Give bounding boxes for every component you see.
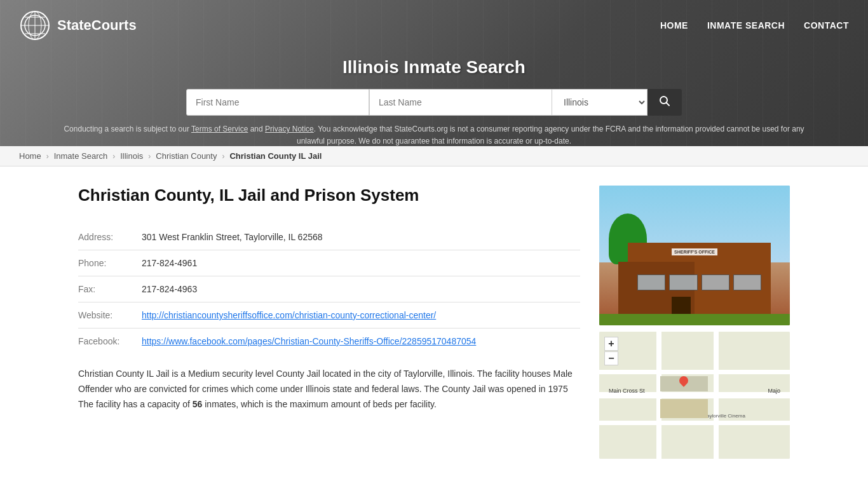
map-placeholder: Main Cross St Taylorville Cinema Majo + … <box>599 332 790 459</box>
facility-info-table: Address: 301 West Franklin Street, Taylo… <box>78 224 580 354</box>
content-right: SHERIFF'S OFFICE Main Cross St Taylorvil… <box>599 186 790 459</box>
facebook-label: Facebook: <box>78 329 142 355</box>
page-title: Christian County, IL Jail and Prison Sys… <box>78 186 580 205</box>
map-zoom-in[interactable]: + <box>604 337 618 351</box>
breadcrumb-inmate-search[interactable]: Inmate Search <box>54 151 108 161</box>
breadcrumb-current: Christian County IL Jail <box>229 151 322 161</box>
map-label-taylorville-cinema: Taylorville Cinema <box>704 413 745 419</box>
map-road-v2 <box>714 332 719 459</box>
site-header: StateCourts HOME INMATE SEARCH CONTACT I… <box>0 0 868 146</box>
map-label-main-cross: Main Cross St <box>609 388 645 394</box>
fax-label: Fax: <box>78 276 142 302</box>
nav-inmate-search[interactable]: INMATE SEARCH <box>707 20 785 30</box>
logo-icon <box>19 10 51 41</box>
grass <box>599 314 790 325</box>
address-row: Address: 301 West Franklin Street, Taylo… <box>78 224 580 250</box>
phone-value: 217-824-4961 <box>142 250 580 276</box>
breadcrumb-sep-1: › <box>46 152 49 161</box>
search-first-name[interactable] <box>186 89 369 116</box>
map-zoom-out[interactable]: − <box>604 351 618 365</box>
website-row: Website: http://christiancountysheriffso… <box>78 302 580 329</box>
phone-row: Phone: 217-824-4961 <box>78 250 580 276</box>
site-logo[interactable]: StateCourts <box>19 10 137 41</box>
fax-row: Fax: 217-824-4963 <box>78 276 580 302</box>
map-controls: + − <box>604 337 618 365</box>
facility-image: SHERIFF'S OFFICE <box>599 186 790 325</box>
website-label: Website: <box>78 302 142 329</box>
capacity-number: 56 <box>193 399 203 409</box>
window-2 <box>669 274 697 290</box>
phone-label: Phone: <box>78 250 142 276</box>
facebook-link[interactable]: https://www.facebook.com/pages/Christian… <box>142 336 476 346</box>
breadcrumb-sep-3: › <box>148 152 151 161</box>
breadcrumb: Home › Inmate Search › Illinois › Christ… <box>0 146 868 166</box>
logo-text: StateCourts <box>57 17 137 34</box>
windows-row <box>637 274 761 290</box>
main-content: Christian County, IL Jail and Prison Sys… <box>59 186 809 459</box>
address-label: Address: <box>78 224 142 250</box>
facebook-row: Facebook: https://www.facebook.com/pages… <box>78 329 580 355</box>
window-3 <box>702 274 729 290</box>
breadcrumb-home[interactable]: Home <box>19 151 41 161</box>
terms-of-service-link[interactable]: Terms of Service <box>191 125 248 133</box>
window-4 <box>733 274 761 290</box>
breadcrumb-sep-4: › <box>222 152 224 161</box>
search-button[interactable] <box>648 89 682 116</box>
facebook-value: https://www.facebook.com/pages/Christian… <box>142 329 580 355</box>
nav-home[interactable]: HOME <box>660 20 688 30</box>
search-last-name[interactable] <box>369 89 552 116</box>
nav-contact[interactable]: CONTACT <box>804 20 849 30</box>
search-icon <box>659 95 670 107</box>
website-value: http://christiancountysheriffsoffice.com… <box>142 302 580 329</box>
breadcrumb-sep-2: › <box>112 152 115 161</box>
privacy-notice-link[interactable]: Privacy Notice <box>265 125 314 133</box>
breadcrumb-illinois[interactable]: Illinois <box>120 151 143 161</box>
map-road-h3 <box>599 421 790 425</box>
nav-links: HOME INMATE SEARCH CONTACT <box>660 20 849 30</box>
search-state-select[interactable]: Select State Alabama Alaska Arizona Arka… <box>552 89 648 116</box>
map-block-2 <box>660 399 708 418</box>
website-link[interactable]: http://christiancountysheriffsoffice.com… <box>142 310 436 320</box>
window-1 <box>637 274 665 290</box>
address-value: 301 West Franklin Street, Taylorville, I… <box>142 224 580 250</box>
map-label-maj: Majo <box>768 388 780 394</box>
fax-value: 217-824-4963 <box>142 276 580 302</box>
map-road-h2 <box>599 370 790 374</box>
search-bar: Select State Alabama Alaska Arizona Arka… <box>186 89 682 116</box>
svg-line-8 <box>667 103 670 106</box>
disclaimer-text: Conducting a search is subject to our Te… <box>13 123 855 146</box>
content-left: Christian County, IL Jail and Prison Sys… <box>78 186 580 459</box>
hero-title: Illinois Inmate Search <box>13 57 855 78</box>
sheriff-sign: SHERIFF'S OFFICE <box>672 248 717 255</box>
description-text: Christian County IL Jail is a Medium sec… <box>78 367 580 412</box>
hero-section: Illinois Inmate Search Select State Alab… <box>0 51 868 146</box>
top-navigation: StateCourts HOME INMATE SEARCH CONTACT <box>0 0 868 51</box>
breadcrumb-christian-county[interactable]: Christian County <box>156 151 217 161</box>
map-road-v1 <box>656 332 661 459</box>
